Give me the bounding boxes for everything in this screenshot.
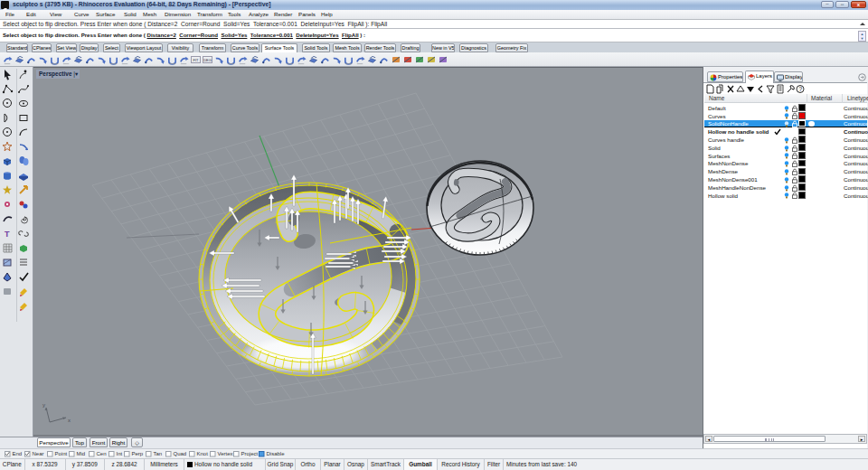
svg-text:?: ? (798, 86, 802, 92)
svg-text:x: x (68, 418, 71, 423)
svg-text:y: y (42, 402, 45, 408)
svg-text:T: T (5, 230, 10, 239)
